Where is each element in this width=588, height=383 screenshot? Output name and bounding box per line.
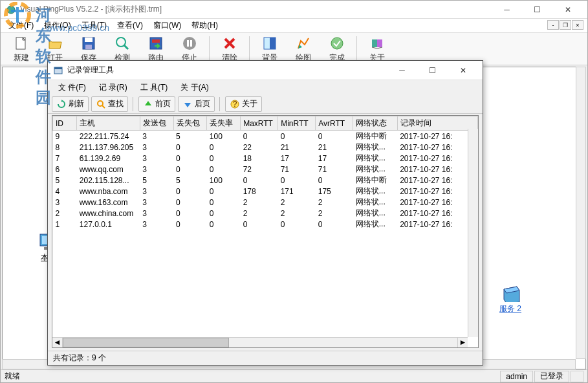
table-cell: 0 <box>207 219 241 230</box>
table-cell: 0 <box>173 142 207 153</box>
table-row[interactable]: 6www.qq.com300727171网络状...2017-10-27 16: <box>53 164 478 175</box>
main-statusbar: 就绪 admin 已登录 <box>1 369 587 382</box>
table-row[interactable]: 9222.211.75.2435100000网络中断2017-10-27 16: <box>53 131 478 142</box>
table-cell: 21 <box>278 142 316 153</box>
dialog-icon <box>53 65 63 76</box>
col-header[interactable]: ID <box>53 116 77 131</box>
maximize-button[interactable]: ☐ <box>523 1 552 18</box>
table-cell: 网络状... <box>353 153 397 164</box>
table-cell: 0 <box>207 208 241 219</box>
mdi-minimize[interactable]: - <box>547 20 559 30</box>
table-cell: 0 <box>241 219 278 230</box>
records-dialog: 记录管理工具 ─ ☐ ✕ 文 件(F) 记 录(R) 工 具(T) 关 于(A)… <box>47 60 483 366</box>
col-header[interactable]: AvrRTT <box>316 116 353 131</box>
col-header[interactable]: MaxRTT <box>241 116 278 131</box>
svg-point-6 <box>116 38 125 47</box>
table-cell: 2017-10-27 16: <box>397 175 477 186</box>
table-cell: 网络状... <box>353 197 397 208</box>
table-cell: 5 <box>173 131 207 142</box>
table-row[interactable]: 761.139.2.69300181717网络状...2017-10-27 16… <box>53 153 478 164</box>
status-grip <box>571 371 583 382</box>
table-cell: 211.137.96.205 <box>77 142 140 153</box>
canvas-vscroll[interactable] <box>576 67 586 359</box>
main-titlebar[interactable]: Visual PingPlus V5.2.2 - [演示拓扑图.trm] ─ ☐… <box>1 1 587 19</box>
mdi-close[interactable]: × <box>572 20 583 30</box>
svg-point-9 <box>183 37 196 50</box>
dlg-tb-find[interactable]: 查找 <box>91 96 128 112</box>
svg-rect-7 <box>150 38 162 49</box>
dlg-menu-about[interactable]: 关 于(A) <box>174 81 215 94</box>
done-icon <box>329 36 345 51</box>
table-row[interactable]: 3www.163.com300222网络状...2017-10-27 16: <box>53 197 478 208</box>
table-cell: 0 <box>207 197 241 208</box>
menu-window[interactable]: 窗口(W) <box>148 19 186 32</box>
table-cell: 0 <box>207 186 241 197</box>
col-header[interactable]: 记录时间 <box>397 116 477 131</box>
table-cell: 0 <box>173 153 207 164</box>
dlg-tb-refresh[interactable]: 刷新 <box>52 96 89 112</box>
table-cell: 0 <box>207 164 241 175</box>
table-cell: 0 <box>316 175 353 186</box>
table-cell: 6 <box>53 164 77 175</box>
server-icon <box>500 284 521 302</box>
table-cell: 9 <box>53 131 77 142</box>
node-server-2[interactable]: 服务 2 <box>499 284 521 314</box>
table-cell: 网络状... <box>353 208 397 219</box>
table-cell: 3 <box>140 197 173 208</box>
table-cell: 2 <box>278 208 316 219</box>
table-cell: 0 <box>316 219 353 230</box>
table-cell: 5 <box>53 175 77 186</box>
table-cell: 3 <box>53 197 77 208</box>
dlg-tb-prev[interactable]: 前页 <box>138 96 175 112</box>
close-button[interactable]: ✕ <box>553 1 582 18</box>
dialog-titlebar[interactable]: 记录管理工具 ─ ☐ ✕ <box>48 61 483 80</box>
arrow-up-icon <box>143 99 153 109</box>
table-row[interactable]: 4www.nba.com300178171175网络状...2017-10-27… <box>53 186 478 197</box>
table-row[interactable]: 5202.115.128...55100000网络中断2017-10-27 16… <box>53 175 478 186</box>
table-cell: 2 <box>316 197 353 208</box>
col-header[interactable]: 丢失率 <box>207 116 241 131</box>
dlg-tb-about[interactable]: ?关于 <box>225 96 262 112</box>
route-icon <box>148 36 164 51</box>
dlg-menu-tools[interactable]: 工 具(T) <box>134 81 175 94</box>
col-header[interactable]: 网络状态 <box>353 116 397 131</box>
dlg-close-button[interactable]: ✕ <box>448 62 477 79</box>
mdi-restore[interactable]: ❐ <box>560 20 571 30</box>
dlg-menu-record[interactable]: 记 录(R) <box>93 81 134 94</box>
col-header[interactable]: MinRTT <box>278 116 316 131</box>
table-row[interactable]: 1127.0.0.1300000网络状...2017-10-27 16: <box>53 219 478 230</box>
table-row[interactable]: 2www.china.com300222网络状...2017-10-27 16: <box>53 208 478 219</box>
table-cell: 2 <box>53 208 77 219</box>
menu-view[interactable]: 查看(V) <box>112 19 148 32</box>
dlg-tb-next[interactable]: 后页 <box>178 96 215 112</box>
svg-rect-10 <box>187 40 189 47</box>
menu-tools[interactable]: 工具(T) <box>76 19 112 32</box>
refresh-icon <box>56 99 67 109</box>
tb-new[interactable]: 新建 <box>5 34 38 64</box>
col-header[interactable]: 丢失包 <box>173 116 207 131</box>
dlg-maximize-button[interactable]: ☐ <box>418 62 447 79</box>
table-cell: 2017-10-27 16: <box>397 153 477 164</box>
menu-file[interactable]: 文件(F) <box>3 19 39 32</box>
table-cell: 2 <box>278 197 316 208</box>
col-header[interactable]: 主机 <box>77 116 140 131</box>
svg-point-14 <box>331 38 343 49</box>
dlg-minimize-button[interactable]: ─ <box>387 62 417 79</box>
svg-point-1 <box>7 6 15 14</box>
table-row[interactable]: 8211.137.96.205300222121网络状...2017-10-27… <box>53 142 478 153</box>
table-cell: 网络状... <box>353 164 397 175</box>
detect-icon <box>114 36 130 51</box>
menu-operate[interactable]: 操作(O) <box>39 19 76 32</box>
table-cell: 0 <box>173 208 207 219</box>
table-cell: 0 <box>278 219 316 230</box>
table-vscroll[interactable] <box>468 129 478 337</box>
menu-help[interactable]: 帮助(H) <box>186 19 223 32</box>
dialog-toolbar: 刷新 查找 前页 后页 ?关于 <box>48 94 483 114</box>
dlg-menu-file[interactable]: 文 件(F) <box>52 81 93 94</box>
dialog-title: 记录管理工具 <box>67 65 387 76</box>
records-table[interactable]: ID主机发送包丢失包丢失率MaxRTTMinRTTAvrRTT网络状态记录时间 … <box>52 116 478 230</box>
minimize-button[interactable]: ─ <box>492 1 521 18</box>
col-header[interactable]: 发送包 <box>140 116 173 131</box>
table-cell: 2 <box>241 208 278 219</box>
table-hscroll[interactable]: ◄ ► <box>52 337 468 347</box>
